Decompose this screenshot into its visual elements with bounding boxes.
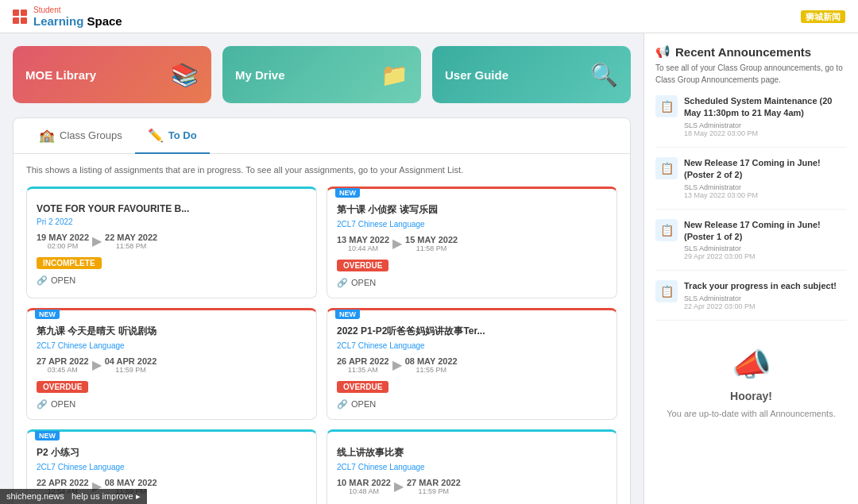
card-1-class: Pri 2 2022 xyxy=(37,217,307,226)
ann-1-author: SLS Administrator xyxy=(684,121,847,129)
card-3-open[interactable]: 🔗 OPEN xyxy=(37,399,307,410)
card-2-open-icon: 🔗 xyxy=(337,278,348,288)
hooray-section: 📣 Hooray! You are up-to-date with all An… xyxy=(655,330,847,437)
card-3-open-icon: 🔗 xyxy=(37,399,48,410)
card-6-end: 27 MAR 2022 11:59 PM xyxy=(407,478,461,495)
ann-3-title: New Release 17 Coming in June! (Poster 1… xyxy=(684,219,847,244)
my-drive-card[interactable]: My Drive 📁 xyxy=(222,46,421,103)
my-drive-icon: 📁 xyxy=(381,62,408,88)
to-do-icon: ✏️ xyxy=(148,128,164,143)
brand-tag: 狮城新闻 xyxy=(801,10,845,23)
watermark-bar: shicheng.news help us improve ▸ xyxy=(0,489,147,504)
hooray-text: You are up-to-date with all Announcement… xyxy=(663,407,839,421)
ann-1-icon-box: 📋 xyxy=(655,95,678,117)
card-3-title: 第九课 今天是晴天 听说剧场 xyxy=(37,325,307,338)
ann-2-icon: 📋 xyxy=(660,162,674,175)
ann-3-icon: 📋 xyxy=(660,224,674,237)
ann-4-author: SLS Administrator xyxy=(684,294,847,302)
tabs-content: This shows a listing of assignments that… xyxy=(14,154,630,504)
tab-class-groups[interactable]: 🏫 Class Groups xyxy=(26,118,135,154)
card-4-status: OVERDUE xyxy=(337,381,388,393)
card-6-arrow: ▶ xyxy=(394,479,404,494)
card-4-open[interactable]: 🔗 OPEN xyxy=(337,399,607,410)
tabs-section: 🏫 Class Groups ✏️ To Do This shows a lis… xyxy=(13,117,631,504)
assignment-card-1: VOTE FOR YOUR FAVOURITE B... Pri 2 2022 … xyxy=(26,187,317,298)
announcement-item-4[interactable]: 📋 Track your progress in each subject! S… xyxy=(655,280,847,320)
card-2-dates: 13 MAY 2022 10:44 AM ▶ 15 MAY 2022 11:58… xyxy=(337,235,607,252)
card-2-class: 2CL7 Chinese Language xyxy=(337,220,607,229)
assignment-card-4: NEW 2022 P1-P2听爸爸妈妈讲故事Ter... 2CL7 Chines… xyxy=(327,308,617,420)
card-2-badge: NEW xyxy=(335,188,360,198)
card-4-arrow: ▶ xyxy=(392,357,402,372)
announcement-item-1[interactable]: 📋 Scheduled System Maintenance (20 May 1… xyxy=(655,95,847,148)
card-6-dates: 10 MAR 2022 10:48 AM ▶ 27 MAR 2022 11:59… xyxy=(337,478,607,495)
logo-text: Student Learning Space xyxy=(33,6,122,28)
quick-access-bar: MOE Library 📚 My Drive 📁 User Guide 🔍 xyxy=(13,46,631,103)
logo-grid-icon xyxy=(13,10,27,24)
announcement-item-2[interactable]: 📋 New Release 17 Coming in June! (Poster… xyxy=(655,157,847,210)
card-2-title: 第十课 小侦探 读写乐园 xyxy=(337,203,607,217)
card-6-title: 线上讲故事比赛 xyxy=(337,446,607,460)
user-guide-label: User Guide xyxy=(445,68,508,82)
card-4-open-icon: 🔗 xyxy=(337,399,348,410)
class-groups-icon: 🏫 xyxy=(39,128,55,143)
user-guide-card[interactable]: User Guide 🔍 xyxy=(432,46,631,103)
card-4-class: 2CL7 Chinese Language xyxy=(337,341,607,350)
assignment-card-3: NEW 第九课 今天是晴天 听说剧场 2CL7 Chinese Language… xyxy=(26,308,317,420)
card-4-start: 26 APR 2022 11:35 AM xyxy=(337,356,389,374)
ann-2-content: New Release 17 Coming in June! (Poster 2… xyxy=(684,157,847,199)
watermark-label: shicheng.news xyxy=(6,491,64,501)
todo-description: This shows a listing of assignments that… xyxy=(26,164,617,177)
card-1-open[interactable]: 🔗 OPEN xyxy=(37,275,307,286)
tabs-header: 🏫 Class Groups ✏️ To Do xyxy=(14,118,630,154)
announcements-description: To see all of your Class Group announcem… xyxy=(655,62,847,86)
card-3-end: 04 APR 2022 11:59 PM xyxy=(105,356,157,374)
ann-3-author: SLS Administrator xyxy=(684,244,847,252)
card-1-arrow: ▶ xyxy=(92,233,102,248)
card-3-dates: 27 APR 2022 03:45 AM ▶ 04 APR 2022 11:59… xyxy=(37,356,307,374)
assignment-grid: VOTE FOR YOUR FAVOURITE B... Pri 2 2022 … xyxy=(26,187,617,505)
ann-2-date: 13 May 2022 03:00 PM xyxy=(684,191,847,199)
ann-3-content: New Release 17 Coming in June! (Poster 1… xyxy=(684,219,847,261)
ann-1-date: 18 May 2022 03:00 PM xyxy=(684,129,847,137)
hooray-megaphone-icon: 📣 xyxy=(663,346,839,383)
card-3-class: 2CL7 Chinese Language xyxy=(37,341,307,350)
card-3-status: OVERDUE xyxy=(37,381,88,393)
announcements-megaphone-icon: 📢 xyxy=(655,44,671,59)
my-drive-label: My Drive xyxy=(235,68,285,82)
hooray-title: Hooray! xyxy=(663,390,839,402)
moe-library-icon: 📚 xyxy=(171,62,199,88)
ann-1-content: Scheduled System Maintenance (20 May 11:… xyxy=(684,95,847,137)
card-1-end: 22 MAY 2022 11:58 PM xyxy=(105,233,157,250)
ann-4-icon-box: 📋 xyxy=(655,280,678,302)
card-1-open-icon: 🔗 xyxy=(37,275,48,286)
card-1-title: VOTE FOR YOUR FAVOURITE B... xyxy=(37,203,307,214)
card-1-dates: 19 MAY 2022 02:00 PM ▶ 22 MAY 2022 11:58… xyxy=(37,233,307,250)
ann-3-icon-box: 📋 xyxy=(655,219,678,241)
card-3-start: 27 APR 2022 03:45 AM xyxy=(37,356,89,374)
user-guide-icon: 🔍 xyxy=(590,62,618,88)
moe-library-label: MOE Library xyxy=(25,68,96,82)
card-6-start: 10 MAR 2022 10:48 AM xyxy=(337,478,391,495)
logo-learning-text: Learning xyxy=(33,14,83,28)
card-1-start: 19 MAY 2022 02:00 PM xyxy=(37,233,89,250)
ann-3-date: 29 Apr 2022 03:00 PM xyxy=(684,252,847,260)
ann-4-date: 22 Apr 2022 03:00 PM xyxy=(684,302,847,310)
ann-2-author: SLS Administrator xyxy=(684,183,847,191)
card-4-badge: NEW xyxy=(335,310,360,319)
card-2-arrow: ▶ xyxy=(392,236,402,251)
logo-space-text: Space xyxy=(83,14,122,28)
card-3-badge: NEW xyxy=(35,310,60,319)
ann-2-icon-box: 📋 xyxy=(655,157,678,179)
assignment-card-6: 线上讲故事比赛 2CL7 Chinese Language 10 MAR 202… xyxy=(327,429,617,505)
card-4-dates: 26 APR 2022 11:35 AM ▶ 08 MAY 2022 11:55… xyxy=(337,356,607,374)
card-2-open[interactable]: 🔗 OPEN xyxy=(337,278,607,288)
watermark-help[interactable]: help us improve ▸ xyxy=(72,491,141,501)
tab-to-do[interactable]: ✏️ To Do xyxy=(135,118,210,154)
assignment-card-2: NEW 第十课 小侦探 读写乐园 2CL7 Chinese Language 1… xyxy=(327,187,617,298)
main-layout: MOE Library 📚 My Drive 📁 User Guide 🔍 🏫 … xyxy=(0,33,858,504)
ann-1-icon: 📋 xyxy=(660,100,674,113)
announcement-item-3[interactable]: 📋 New Release 17 Coming in June! (Poster… xyxy=(655,219,847,271)
moe-library-card[interactable]: MOE Library 📚 xyxy=(13,46,211,103)
card-2-status: OVERDUE xyxy=(337,260,388,271)
